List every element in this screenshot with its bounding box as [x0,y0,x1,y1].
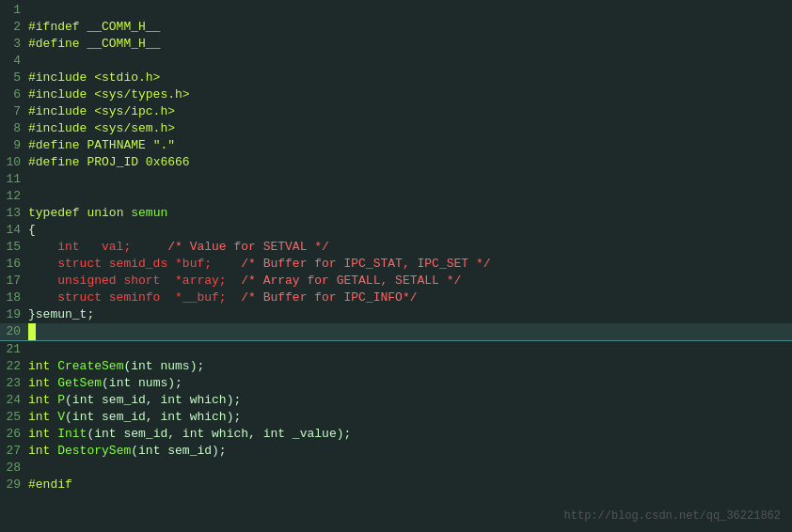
line-num-2: 2 [0,19,28,36]
code-line-17: 17 unsigned short *array; /* Array for G… [0,273,792,289]
line-num-7: 7 [0,103,28,120]
line-num-19: 19 [0,306,28,323]
line-content-23: int GetSem(int nums); [28,375,792,392]
line-num-29: 29 [0,477,28,493]
text-cursor [28,323,36,340]
line-num-15: 15 [0,239,28,256]
code-line-5: 5 #include <stdio.h> [0,70,792,86]
code-line-1: 1 [0,2,792,19]
line-num-4: 4 [0,53,28,70]
line-num-14: 14 [0,222,28,239]
code-line-26: 26 int Init(int sem_id, int which, int _… [0,426,792,443]
code-line-14: 14 { [0,222,792,239]
code-editor: 1 2 #ifndef __COMM_H__ 3 #define __COMM_… [0,0,792,532]
code-line-11: 11 [0,171,792,188]
line-content-24: int P(int sem_id, int which); [28,392,792,409]
code-line-6: 6 #include <sys/types.h> [0,86,792,103]
line-num-26: 26 [0,426,28,443]
line-num-23: 23 [0,375,28,392]
code-line-25: 25 int V(int sem_id, int which); [0,409,792,426]
code-line-28: 28 [0,460,792,477]
code-line-15: 15 int val; /* Value for SETVAL */ [0,239,792,256]
code-line-22: 22 int CreateSem(int nums); [0,358,792,375]
line-content-7: #include <sys/ipc.h> [28,103,792,120]
line-content-26: int Init(int sem_id, int which, int _val… [28,426,792,443]
line-num-16: 16 [0,256,28,273]
line-content-8: #include <sys/sem.h> [28,120,792,137]
code-line-10: 10 #define PROJ_ID 0x6666 [0,154,792,171]
line-num-9: 9 [0,137,28,154]
line-content-19: }semun_t; [28,306,792,323]
line-content-16: struct semid_ds *buf; /* Buffer for IPC_… [28,256,792,273]
code-line-21: 21 [0,341,792,358]
line-num-13: 13 [0,205,28,222]
code-line-8: 8 #include <sys/sem.h> [0,120,792,137]
line-content-3: #define __COMM_H__ [28,36,792,53]
line-num-8: 8 [0,120,28,137]
line-content-18: struct seminfo *__buf; /* Buffer for IPC… [28,289,792,306]
code-line-12: 12 [0,188,792,205]
line-content-20 [28,323,792,340]
code-line-16: 16 struct semid_ds *buf; /* Buffer for I… [0,256,792,273]
code-line-9: 9 #define PATHNAME "." [0,137,792,154]
watermark: http://blog.csdn.net/qq_36221862 [564,509,781,523]
code-line-24: 24 int P(int sem_id, int which); [0,392,792,409]
code-line-23: 23 int GetSem(int nums); [0,375,792,392]
line-num-1: 1 [0,2,28,19]
line-num-6: 6 [0,86,28,103]
line-content-15: int val; /* Value for SETVAL */ [28,239,792,256]
line-num-22: 22 [0,358,28,375]
code-line-7: 7 #include <sys/ipc.h> [0,103,792,120]
line-content-6: #include <sys/types.h> [28,86,792,103]
line-content-2: #ifndef __COMM_H__ [28,19,792,36]
line-num-25: 25 [0,409,28,426]
line-content-29: #endif [28,477,792,493]
code-line-20: 20 [0,323,792,341]
code-line-27: 27 int DestorySem(int sem_id); [0,443,792,460]
line-num-28: 28 [0,460,28,477]
line-content-14: { [28,222,792,239]
line-content-5: #include <stdio.h> [28,70,792,86]
line-content-27: int DestorySem(int sem_id); [28,443,792,460]
line-num-18: 18 [0,289,28,306]
line-content-10: #define PROJ_ID 0x6666 [28,154,792,171]
code-line-2: 2 #ifndef __COMM_H__ [0,19,792,36]
line-num-10: 10 [0,154,28,171]
line-content-22: int CreateSem(int nums); [28,358,792,375]
line-num-27: 27 [0,443,28,460]
code-line-4: 4 [0,53,792,70]
code-line-13: 13 typedef union semun [0,205,792,222]
line-num-20: 20 [0,323,28,340]
line-num-24: 24 [0,392,28,409]
line-num-12: 12 [0,188,28,205]
code-line-3: 3 #define __COMM_H__ [0,36,792,53]
line-num-17: 17 [0,273,28,289]
line-content-25: int V(int sem_id, int which); [28,409,792,426]
code-line-29: 29 #endif [0,477,792,493]
line-content-17: unsigned short *array; /* Array for GETA… [28,273,792,289]
line-num-3: 3 [0,36,28,53]
line-num-21: 21 [0,341,28,358]
code-line-18: 18 struct seminfo *__buf; /* Buffer for … [0,289,792,306]
line-content-13: typedef union semun [28,205,792,222]
line-num-5: 5 [0,70,28,86]
line-num-11: 11 [0,171,28,188]
line-content-9: #define PATHNAME "." [28,137,792,154]
code-line-19: 19 }semun_t; [0,306,792,323]
